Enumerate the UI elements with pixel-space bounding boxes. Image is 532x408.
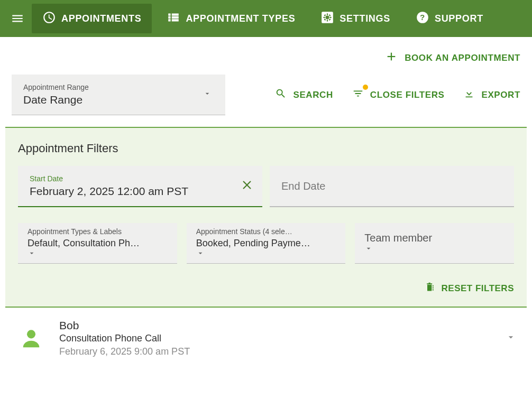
appointment-type: Consultation Phone Call (59, 333, 493, 344)
top-nav: APPOINTMENTS APPOINTMENT TYPES SETTINGS … (0, 0, 532, 37)
download-icon (463, 88, 475, 102)
nav-appointment-types[interactable]: APPOINTMENT TYPES (156, 4, 306, 33)
range-value: Date Range (23, 94, 214, 106)
appointment-types-select[interactable]: Appointment Types & Labels Default, Cons… (18, 223, 177, 264)
filter-badge-dot (363, 85, 368, 90)
avatar-icon (16, 326, 47, 350)
nav-support-label: SUPPORT (435, 13, 483, 24)
chevron-down-icon (196, 249, 336, 259)
filters-panel: Appointment Filters Start Date February … (5, 127, 527, 308)
svg-rect-2 (327, 13, 328, 15)
start-date-value: February 2, 2025 12:00 am PST (30, 185, 251, 198)
list-icon (167, 11, 180, 27)
search-icon (275, 88, 287, 102)
chevron-down-icon (364, 244, 505, 255)
plus-icon (386, 51, 397, 65)
appointment-row[interactable]: Bob Consultation Phone Call February 6, … (0, 308, 532, 357)
toolbar-row: Appointment Range Date Range SEARCH CLOS… (0, 65, 532, 123)
svg-rect-15 (433, 287, 434, 289)
appointment-status-select[interactable]: Appointment Status (4 sele… Booked, Pend… (187, 223, 346, 264)
reset-filters-button[interactable]: RESET FILTERS (425, 282, 514, 295)
help-icon: ? (416, 11, 429, 27)
range-label: Appointment Range (23, 83, 214, 91)
appointment-name: Bob (59, 319, 493, 332)
close-filters-label: CLOSE FILTERS (370, 90, 445, 100)
end-date-field[interactable]: End Date (270, 166, 514, 207)
trash-icon (425, 282, 435, 295)
svg-rect-5 (330, 16, 332, 17)
svg-rect-14 (433, 285, 434, 287)
nav-appointments[interactable]: APPOINTMENTS (32, 4, 152, 33)
export-button[interactable]: EXPORT (463, 88, 520, 102)
menu-icon[interactable] (7, 8, 27, 29)
status-select-value: Booked, Pending Payme… (196, 238, 336, 249)
svg-point-1 (326, 15, 329, 19)
close-filters-button[interactable]: CLOSE FILTERS (352, 88, 445, 102)
expand-appointment-button[interactable] (506, 332, 516, 345)
nav-settings-label: SETTINGS (340, 13, 390, 24)
chevron-down-icon (203, 89, 212, 100)
gear-icon (320, 11, 334, 27)
svg-rect-16 (433, 289, 434, 291)
filter-icon (352, 88, 364, 102)
nav-appointments-label: APPOINTMENTS (61, 13, 141, 24)
svg-point-17 (27, 330, 35, 338)
nav-settings[interactable]: SETTINGS (310, 4, 401, 33)
nav-appointment-types-label: APPOINTMENT TYPES (186, 13, 295, 24)
appointment-info: Bob Consultation Phone Call February 6, … (59, 319, 493, 357)
types-select-label: Appointment Types & Labels (27, 227, 168, 236)
svg-rect-3 (327, 20, 328, 21)
reset-filters-label: RESET FILTERS (442, 283, 514, 294)
chevron-down-icon (27, 249, 168, 259)
filters-title: Appointment Filters (18, 142, 514, 155)
types-select-value: Default, Consultation Ph… (27, 238, 168, 249)
nav-support[interactable]: ? SUPPORT (405, 4, 494, 33)
start-date-label: Start Date (30, 174, 251, 183)
book-appointment-label: BOOK AN APPOINTMENT (405, 53, 520, 63)
team-member-placeholder: Team member (364, 232, 505, 244)
clear-start-date-button[interactable] (241, 179, 253, 193)
search-button[interactable]: SEARCH (275, 88, 333, 102)
end-date-label: End Date (281, 180, 502, 192)
appointment-time: February 6, 2025 9:00 am PST (59, 346, 493, 357)
book-appointment-button[interactable]: BOOK AN APPOINTMENT (386, 51, 520, 65)
search-label: SEARCH (293, 90, 333, 100)
clock-icon (42, 11, 56, 27)
svg-rect-4 (324, 16, 325, 17)
export-label: EXPORT (481, 90, 520, 100)
appointment-range-select[interactable]: Appointment Range Date Range (12, 75, 225, 115)
status-select-label: Appointment Status (4 sele… (196, 227, 336, 236)
subbar: BOOK AN APPOINTMENT (0, 37, 532, 65)
svg-text:?: ? (420, 13, 425, 22)
team-member-select[interactable]: Team member (355, 223, 514, 264)
start-date-field[interactable]: Start Date February 2, 2025 12:00 am PST (18, 166, 262, 207)
